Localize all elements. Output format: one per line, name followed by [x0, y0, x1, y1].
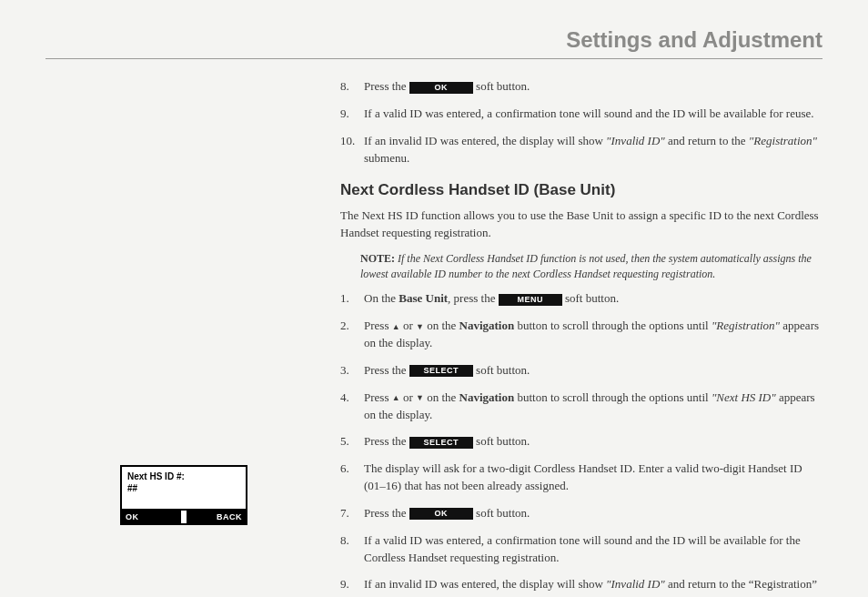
step-number: 1.	[340, 290, 364, 308]
text-fragment: on the	[424, 319, 459, 332]
step-text: On the Base Unit, press the MENU soft bu…	[364, 290, 823, 308]
step-1: 1. On the Base Unit, press the MENU soft…	[340, 290, 823, 308]
ok-soft-button-icon: OK	[409, 82, 473, 94]
step-text: Press the OK soft button.	[364, 505, 823, 522]
up-arrow-icon: ▲	[392, 392, 400, 404]
step-number: 7.	[340, 505, 364, 522]
step-number: 8.	[340, 532, 364, 567]
step-text: Press the SELECT soft button.	[364, 362, 823, 379]
step-8: 8. If a valid ID was entered, a confirma…	[340, 532, 823, 567]
step-number: 4.	[340, 390, 364, 424]
step-text: The display will ask for a two-digit Cor…	[364, 460, 823, 495]
note-block: NOTE: If the Next Cordless Handset ID fu…	[360, 251, 823, 282]
up-arrow-icon: ▲	[392, 321, 400, 333]
select-soft-button-icon: SELECT	[409, 365, 473, 377]
quoted-term: "Invalid ID"	[606, 134, 665, 147]
note-text: If the Next Cordless Handset ID function…	[360, 252, 812, 280]
step-number: 9.	[340, 576, 364, 597]
quoted-term: "Next HS ID"	[712, 390, 776, 404]
page-body: Next HS ID #: ## OK BACK 8. Press the OK…	[45, 72, 823, 597]
lcd-softkey-left: OK	[122, 511, 187, 523]
text-fragment: If an invalid ID was entered, the displa…	[364, 134, 606, 147]
text-fragment: Press the	[364, 79, 409, 93]
lcd-line-1: Next HS ID #:	[127, 471, 240, 482]
step-5: 5. Press the SELECT soft button.	[340, 433, 823, 450]
note-label: NOTE:	[360, 252, 395, 265]
lcd-display: Next HS ID #: ## OK BACK	[120, 465, 247, 525]
text-fragment: Press	[364, 390, 392, 404]
continued-steps-list: 8. Press the OK soft button. 9. If a val…	[340, 78, 823, 167]
text-fragment: button to scroll through the options unt…	[514, 319, 712, 332]
left-column: Next HS ID #: ## OK BACK	[45, 72, 318, 597]
ok-soft-button-icon: OK	[409, 508, 473, 520]
step-9-top: 9. If a valid ID was entered, a confirma…	[340, 106, 823, 123]
text-fragment: , press the	[448, 291, 499, 305]
step-6: 6. The display will ask for a two-digit …	[340, 460, 823, 495]
step-text: Press the SELECT soft button.	[364, 433, 823, 450]
text-fragment: button to scroll through the options unt…	[514, 390, 712, 404]
text-fragment: on the	[424, 390, 459, 404]
text-fragment: Press the	[364, 363, 409, 377]
bold-term: Navigation	[459, 390, 515, 404]
step-number: 10.	[340, 133, 364, 167]
step-7: 7. Press the OK soft button.	[340, 505, 823, 522]
step-number: 2.	[340, 318, 364, 352]
step-9: 9. If an invalid ID was entered, the dis…	[340, 576, 823, 597]
step-text: Press ▲ or ▼ on the Navigation button to…	[364, 318, 823, 352]
step-8-top: 8. Press the OK soft button.	[340, 78, 823, 96]
text-fragment: submenu.	[364, 151, 409, 165]
step-4: 4. Press ▲ or ▼ on the Navigation button…	[340, 390, 823, 424]
step-number: 8.	[340, 78, 364, 96]
step-3: 3. Press the SELECT soft button.	[340, 362, 823, 379]
step-number: 3.	[340, 362, 364, 379]
down-arrow-icon: ▼	[416, 321, 424, 333]
divider-top	[45, 58, 823, 59]
text-fragment: Press the	[364, 506, 409, 520]
quoted-term: "Registration"	[712, 319, 780, 332]
step-text: If an invalid ID was entered, the displa…	[364, 576, 823, 597]
right-column: 8. Press the OK soft button. 9. If a val…	[340, 72, 823, 597]
section-heading: Next Cordless Handset ID (Base Unit)	[340, 179, 823, 202]
quoted-term: "Registration"	[749, 134, 817, 147]
lcd-line-2: ##	[127, 482, 240, 494]
text-fragment: soft button.	[473, 79, 530, 93]
bold-term: Base Unit	[399, 291, 448, 305]
lcd-softkey-right: BACK	[187, 511, 246, 523]
text-fragment: soft button.	[562, 291, 619, 305]
step-2: 2. Press ▲ or ▼ on the Navigation button…	[340, 318, 823, 352]
text-fragment: soft button.	[473, 363, 530, 377]
text-fragment: or	[400, 390, 416, 404]
text-fragment: If an invalid ID was entered, the displa…	[364, 577, 606, 591]
text-fragment: soft button.	[473, 506, 530, 520]
lcd-footer: OK BACK	[122, 509, 246, 523]
text-fragment: and return to the	[665, 134, 749, 147]
bold-term: Navigation	[459, 319, 515, 332]
quoted-term: "Invalid ID"	[606, 577, 665, 591]
step-text: If a valid ID was entered, a confirmatio…	[364, 532, 823, 567]
step-text: If an invalid ID was entered, the displa…	[364, 133, 823, 167]
step-number: 6.	[340, 460, 364, 495]
step-text: Press the OK soft button.	[364, 78, 823, 96]
menu-soft-button-icon: MENU	[499, 294, 562, 306]
text-fragment: Press	[364, 319, 392, 332]
text-fragment: On the	[364, 291, 399, 305]
step-number: 5.	[340, 433, 364, 450]
step-10-top: 10. If an invalid ID was entered, the di…	[340, 133, 823, 167]
step-text: Press ▲ or ▼ on the Navigation button to…	[364, 390, 823, 424]
text-fragment: soft button.	[473, 434, 530, 448]
step-number: 9.	[340, 106, 364, 123]
down-arrow-icon: ▼	[416, 392, 424, 404]
page-header-title: Settings and Adjustment	[45, 27, 823, 53]
select-soft-button-icon: SELECT	[409, 437, 473, 449]
step-text: If a valid ID was entered, a confirmatio…	[364, 106, 823, 123]
section-intro: The Next HS ID function allows you to us…	[340, 207, 823, 242]
text-fragment: or	[400, 319, 416, 332]
procedure-steps-list: 1. On the Base Unit, press the MENU soft…	[340, 290, 823, 597]
text-fragment: Press the	[364, 434, 409, 448]
lcd-body: Next HS ID #: ##	[122, 467, 246, 509]
